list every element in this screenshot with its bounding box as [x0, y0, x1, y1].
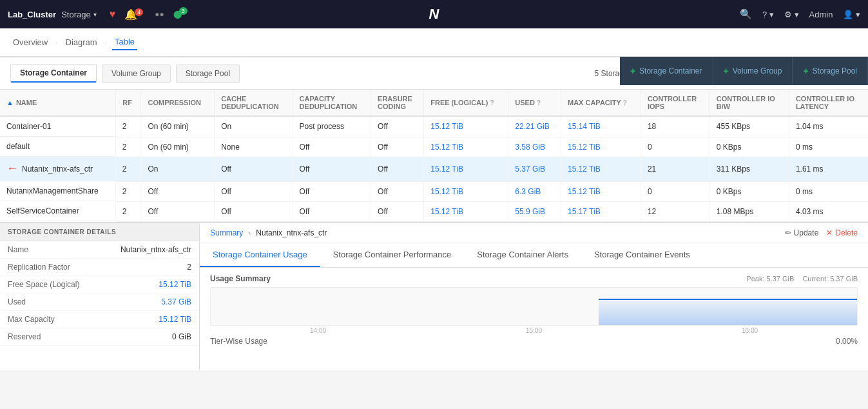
col-name[interactable]: ▲NAME: [0, 90, 116, 116]
cell-capacity-dedup: Off: [293, 181, 371, 201]
cell-used: 22.21 GiB: [508, 116, 561, 137]
col-capacity-dedup[interactable]: CAPACITYDEDUPLICATION: [293, 90, 371, 116]
help-icon-max: ?: [623, 99, 627, 106]
breadcrumb-parent[interactable]: Summary: [210, 228, 243, 237]
field-label: Used: [8, 297, 26, 306]
update-label: Update: [794, 228, 819, 237]
cell-free-logical: 15.12 TiB: [424, 181, 508, 201]
table-row[interactable]: Container-01 2 On (60 min) On Post proce…: [0, 116, 868, 137]
detail-field: Free Space (Logical) 15.12 TiB: [0, 276, 199, 294]
table-row[interactable]: NutanixManagementShare 2 Off Off Off Off…: [0, 181, 868, 201]
storage-pool-label: Storage Pool: [813, 66, 857, 75]
storage-container-label: Storage Container: [639, 66, 702, 75]
col-max-capacity[interactable]: MAX CAPACITY ?: [561, 90, 641, 116]
chart-area: Usage Summary Peak: 5.37 GiB Current: 5.…: [200, 268, 868, 370]
cell-iops: 12: [641, 201, 709, 221]
detail-tab-2[interactable]: Storage Container Alerts: [464, 243, 581, 267]
cell-free-logical: 15.12 TiB: [424, 201, 508, 221]
cell-used: 3.58 GiB: [508, 137, 561, 157]
col-rf[interactable]: RF: [116, 90, 141, 116]
col-used[interactable]: USED ?: [508, 90, 561, 116]
nav-diagram[interactable]: Diagram: [63, 35, 100, 50]
breadcrumb-current: Nutanix_ntnx-afs_ctr: [256, 228, 327, 237]
top-navigation: Lab_Cluster Storage ▾ ♥ 🔔4 ●● ⬤3 N 🔍 ? ▾…: [0, 0, 868, 28]
detail-tab-0[interactable]: Storage Container Usage: [200, 243, 320, 267]
table-row[interactable]: ← Nutanix_ntnx-afs_ctr 2 On Off Off Off …: [0, 157, 868, 181]
gear-icon[interactable]: ⚙ ▾: [784, 10, 799, 19]
field-label: Name: [8, 245, 28, 254]
cell-capacity-dedup: Post process: [293, 116, 371, 137]
table-body: Container-01 2 On (60 min) On Post proce…: [0, 116, 868, 221]
bottom-section: STORAGE CONTAINER DETAILS Name Nutanix_n…: [0, 222, 868, 370]
cell-rf: 2: [116, 181, 141, 201]
cell-compression: Off: [141, 181, 215, 201]
cell-free-logical: 15.12 TiB: [424, 157, 508, 181]
cell-name[interactable]: Container-01: [0, 117, 116, 137]
col-compression[interactable]: COMPRESSION: [141, 90, 215, 116]
module-storage[interactable]: Storage ▾: [61, 10, 97, 19]
edit-icon: ✏: [785, 228, 791, 237]
dots-icon[interactable]: ●●: [155, 10, 164, 19]
col-free-logical[interactable]: FREE (LOGICAL) ?: [424, 90, 508, 116]
detail-panel: STORAGE CONTAINER DETAILS Name Nutanix_n…: [0, 223, 200, 370]
cell-name[interactable]: NutanixManagementShare: [0, 181, 116, 201]
cluster-name[interactable]: Lab_Cluster: [8, 10, 56, 19]
col-latency[interactable]: CONTROLLER IOLATENCY: [789, 90, 868, 116]
cell-compression: On (60 min): [141, 116, 215, 137]
search-icon[interactable]: 🔍: [740, 8, 752, 20]
col-erasure[interactable]: ERASURECODING: [371, 90, 424, 116]
cell-compression: Off: [141, 201, 215, 221]
table-row[interactable]: SelfServiceContainer 2 Off Off Off Off 1…: [0, 201, 868, 221]
admin-avatar-icon[interactable]: 👤 ▾: [843, 10, 860, 19]
detail-tab-3[interactable]: Storage Container Events: [581, 243, 703, 267]
cell-used: 55.9 GiB: [508, 201, 561, 221]
chart-line: [599, 299, 857, 325]
cell-bw: 0 KBps: [709, 137, 789, 157]
cell-iops: 18: [641, 116, 709, 137]
col-bw[interactable]: CONTROLLER IOB/W: [709, 90, 789, 116]
tab-volume-group[interactable]: Volume Group: [102, 65, 171, 83]
field-label: Max Capacity: [8, 315, 55, 324]
breadcrumb-separator: ›: [248, 228, 251, 237]
admin-label[interactable]: Admin: [809, 10, 833, 19]
cell-used: 6.3 GiB: [508, 181, 561, 201]
add-storage-container-button[interactable]: + Storage Container: [620, 57, 713, 85]
cell-latency: 1.04 ms: [789, 116, 868, 137]
update-button[interactable]: ✏ Update: [785, 228, 819, 237]
detail-field: Name Nutanix_ntnx-afs_ctr: [0, 241, 199, 259]
bell-icon[interactable]: 🔔4: [124, 8, 146, 21]
cell-max-capacity: 15.12 TiB: [561, 157, 641, 181]
field-value: 5.37 GiB: [161, 297, 191, 306]
cell-rf: 2: [116, 137, 141, 157]
delete-icon: ✕: [826, 228, 833, 237]
detail-field: Used 5.37 GiB: [0, 294, 199, 311]
tab-storage-pool[interactable]: Storage Pool: [176, 65, 240, 83]
col-cache-dedup[interactable]: CACHEDEDUPLICATION: [215, 90, 293, 116]
cell-name[interactable]: default: [0, 137, 116, 157]
app-logo: N: [427, 6, 442, 23]
plus-icon: +: [630, 66, 635, 76]
detail-field: Reserved 0 GiB: [0, 328, 199, 346]
col-iops[interactable]: CONTROLLERIOPS: [641, 90, 709, 116]
add-volume-group-button[interactable]: + Volume Group: [713, 57, 793, 85]
cell-cache-dedup: Off: [215, 181, 293, 201]
help-icon[interactable]: ? ▾: [762, 10, 774, 19]
help-icon-used: ?: [537, 99, 541, 106]
cell-name[interactable]: ← Nutanix_ntnx-afs_ctr: [0, 157, 116, 181]
plus-icon-3: +: [803, 66, 808, 76]
field-value: 15.12 TiB: [159, 280, 191, 289]
chart-title: Usage Summary: [210, 274, 271, 283]
nav-table[interactable]: Table: [112, 34, 137, 50]
add-storage-pool-button[interactable]: + Storage Pool: [793, 57, 868, 85]
field-value: Nutanix_ntnx-afs_ctr: [121, 245, 191, 254]
detail-field: Max Capacity 15.12 TiB: [0, 311, 199, 328]
detail-tab-1[interactable]: Storage Container Performance: [320, 243, 465, 267]
chevron-down-icon[interactable]: ▾: [93, 11, 97, 18]
circle-icon[interactable]: ⬤3: [173, 10, 190, 19]
cell-name[interactable]: SelfServiceContainer: [0, 201, 116, 221]
delete-button[interactable]: ✕ Delete: [826, 228, 858, 237]
heart-icon[interactable]: ♥: [110, 8, 116, 20]
nav-overview[interactable]: Overview: [10, 35, 50, 50]
table-row[interactable]: default 2 On (60 min) None Off Off 15.12…: [0, 137, 868, 157]
tab-storage-container[interactable]: Storage Container: [10, 64, 97, 83]
